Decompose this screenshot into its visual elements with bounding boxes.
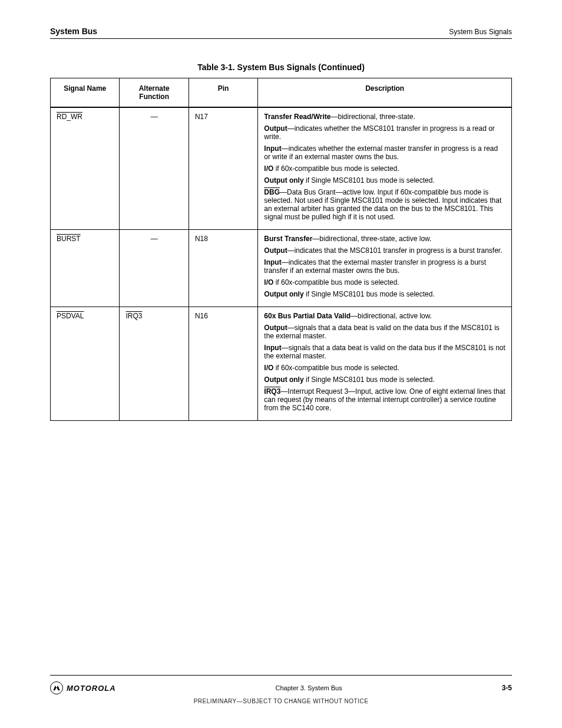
table-row: PSDVALIRQ3N1660x Bus Partial Data Valid—…: [51, 307, 512, 421]
header-chapter-title: System Bus: [50, 27, 97, 36]
cell-description: 60x Bus Partial Data Valid—bidirectional…: [258, 307, 512, 421]
cell-alternate: —: [120, 107, 189, 230]
cell-pin: N18: [189, 230, 257, 307]
motorola-batwing-icon: [50, 681, 63, 694]
footer-page-number: 3-5: [502, 684, 512, 692]
table-row: BURST—N18Burst Transfer—bidirectional, t…: [51, 230, 512, 307]
description-item: Burst Transfer—bidirectional, three-stat…: [264, 235, 505, 243]
cell-description: Transfer Read/Write—bidirectional, three…: [258, 107, 512, 230]
description-item: Output—signals that a data beat is valid…: [264, 324, 505, 340]
motorola-wordmark: MOTOROLA: [67, 684, 116, 693]
description-item: IRQ3—Interrupt Request 3—Input, active l…: [264, 387, 505, 412]
cell-description: Burst Transfer—bidirectional, three-stat…: [258, 230, 512, 307]
cell-signal-name: RD_WR: [51, 107, 120, 230]
table-caption: Table 3-1. System Bus Signals (Continued…: [50, 62, 512, 72]
header-section-title: System Bus Signals: [449, 28, 512, 36]
description-item: Input—indicates that the external master…: [264, 258, 505, 275]
description-item: I/O if 60x-compatible bus mode is select…: [264, 364, 505, 372]
table-body: RD_WR—N17Transfer Read/Write—bidirection…: [51, 107, 512, 421]
description-item: I/O if 60x-compatible bus mode is select…: [264, 164, 505, 173]
description-item: 60x Bus Partial Data Valid—bidirectional…: [264, 312, 505, 320]
description-item: Output only if Single MSC8101 bus mode i…: [264, 290, 505, 298]
description-item: Input—indicates whether the external mas…: [264, 144, 505, 161]
cell-pin: N16: [189, 307, 257, 421]
page-footer: MOTOROLA Chapter 3. System Bus 3-5 PRELI…: [50, 675, 512, 704]
footer-preliminary-note: PRELIMINARY—SUBJECT TO CHANGE WITHOUT NO…: [50, 698, 512, 704]
cell-alternate: —: [120, 230, 189, 307]
cell-alternate: IRQ3: [120, 307, 189, 421]
cell-pin: N17: [189, 107, 257, 230]
signal-table-wrap: Table 3-1. System Bus Signals (Continued…: [50, 62, 512, 421]
table-header-row: Signal Name Alternate Function Pin Descr…: [51, 78, 512, 108]
description-item: Transfer Read/Write—bidirectional, three…: [264, 113, 505, 121]
description-item: Input—signals that a data beat is valid …: [264, 344, 505, 360]
motorola-logo: MOTOROLA: [50, 681, 116, 694]
footer-chapter-label: Chapter 3. System Bus: [276, 684, 342, 691]
th-alternate: Alternate Function: [120, 78, 189, 108]
cell-signal-name: BURST: [51, 230, 120, 307]
th-pin: Pin: [189, 78, 257, 108]
signal-table: Signal Name Alternate Function Pin Descr…: [50, 78, 512, 421]
description-item: Output only if Single MSC8101 bus mode i…: [264, 176, 505, 185]
th-signal-name: Signal Name: [51, 78, 120, 108]
page-header: System Bus System Bus Signals: [50, 27, 512, 39]
description-item: Output—indicates whether the MSC8101 tra…: [264, 124, 505, 141]
cell-signal-name: PSDVAL: [51, 307, 120, 421]
description-item: Output only if Single MSC8101 bus mode i…: [264, 375, 505, 384]
th-description: Description: [258, 78, 512, 108]
description-item: DBG—Data Bus Grant—active low. Input if …: [264, 188, 505, 221]
description-item: Output—indicates that the MSC8101 transf…: [264, 246, 505, 255]
description-item: I/O if 60x-compatible bus mode is select…: [264, 278, 505, 286]
table-row: RD_WR—N17Transfer Read/Write—bidirection…: [51, 107, 512, 230]
